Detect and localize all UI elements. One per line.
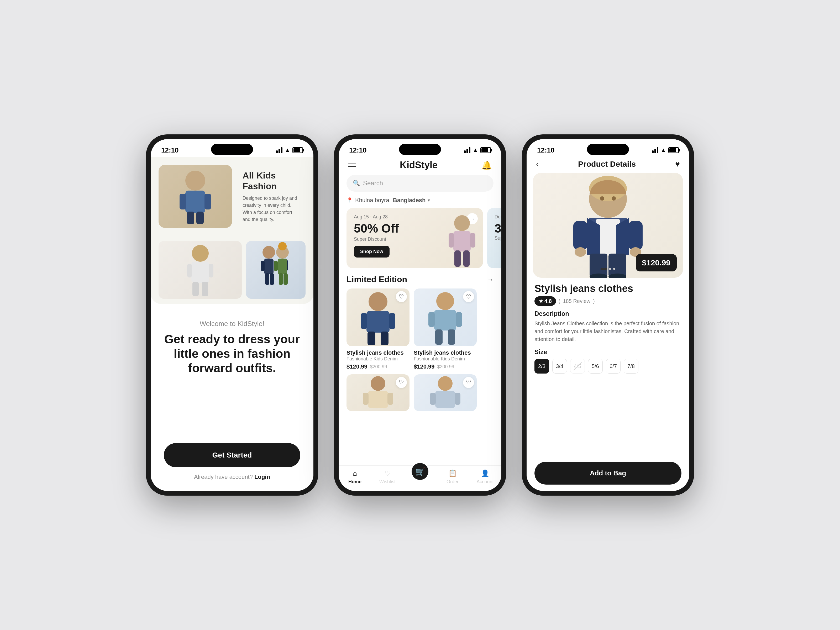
time-1: 12:10 [161,146,179,154]
rating-row: ★ 4.8 ( 185 Review ) [534,296,681,306]
product-pricing-1: $120.99 $200.99 [346,363,409,370]
welcome-text-section: Welcome to KidStyle! Get ready to dress … [151,320,313,480]
shop-now-button[interactable]: Shop Now [354,246,390,257]
size-btn-1[interactable]: 3/4 [552,359,567,374]
svg-rect-8 [187,264,192,278]
svg-rect-22 [279,273,283,285]
hamburger-menu[interactable] [348,164,356,167]
rating-value: 4.8 [545,298,552,304]
get-started-button[interactable]: Get Started [164,443,300,467]
cart-fab-button[interactable]: 🛒 [411,462,429,481]
svg-point-0 [185,171,205,191]
location-country: Bangladesh [393,197,426,204]
svg-rect-20 [278,259,287,274]
image-dots [601,268,615,270]
product-subtitle-1: Fashionable Kids Denim [346,356,409,362]
nav-wishlist[interactable]: ♡ Wishlist [371,469,404,485]
svg-rect-33 [389,313,395,329]
photo-grid-1 [159,241,242,299]
section-header-limited: Limited Edition → [339,275,501,289]
nav-account[interactable]: 👤 Account [469,469,501,485]
wishlist-icon: ♡ [385,469,391,477]
size-btn-0[interactable]: 2/3 [534,359,549,374]
product-card-4[interactable]: ♡ [414,374,477,414]
home-icon: ⌂ [353,469,357,477]
search-bar[interactable]: 🔍 Search [346,175,494,192]
svg-point-19 [278,242,287,250]
product-name-1: Stylish jeans clothes [346,349,409,356]
description-text: Stylish Jeans Clothes collection is the … [534,319,681,343]
nav-home[interactable]: ⌂ Home [339,469,371,485]
detail-info: Stylish jeans clothes ★ 4.8 ( 185 Review… [527,278,689,462]
product-card-1[interactable]: ♡ Stylish jeans clothes Fashionable Kids… [346,289,409,370]
photo-collage: All Kids Fashion Designed to spark joy a… [151,157,313,304]
banner-card-2[interactable]: Dec 30 Sup [487,208,501,268]
dynamic-island-2 [399,144,441,155]
svg-point-30 [369,292,387,311]
wishlist-button-4[interactable]: ♡ [463,377,474,388]
svg-rect-23 [284,273,288,285]
svg-rect-2 [180,194,186,210]
dynamic-island-1 [211,144,253,155]
back-button[interactable]: ‹ [536,159,538,169]
account-label: Account [477,479,494,485]
svg-rect-14 [261,261,265,271]
wishlist-button-3[interactable]: ♡ [396,377,407,388]
account-icon: 👤 [481,469,489,477]
location-bar[interactable]: 📍 Khulna boyra, Bangladesh ▾ [339,197,501,208]
product-image-1: ♡ [346,289,409,346]
welcome-screen: All Kids Fashion Designed to spark joy a… [151,157,313,491]
size-btn-5[interactable]: 7/8 [624,359,638,374]
section-title: Limited Edition [346,275,407,284]
svg-rect-17 [270,273,274,285]
app-logo: KidStyle [400,159,437,171]
battery-icon-1 [292,147,303,153]
product-card-2[interactable]: ♡ Stylish jeans clothes Fashionable Kids… [414,289,477,370]
product-image-3: ♡ [346,374,409,411]
time-3: 12:10 [537,146,555,154]
svg-rect-43 [368,391,388,408]
wishlist-button-2[interactable]: ♡ [463,291,474,302]
favorite-button[interactable]: ♥ [675,159,680,169]
svg-rect-35 [381,332,388,345]
hero-photo [159,165,232,228]
size-btn-4[interactable]: 6/7 [606,359,621,374]
nav-cart[interactable]: 🛒 [404,469,436,485]
wishlist-button-1[interactable]: ♡ [396,291,407,302]
size-btn-2[interactable]: 4/5 [570,359,585,374]
status-icons-2: ▲ [464,147,491,153]
size-title: Size [534,348,681,356]
svg-rect-39 [456,312,462,327]
svg-rect-34 [368,332,375,345]
product-price-1: $120.99 [346,363,368,370]
banner-card-1[interactable]: → Aug 15 - Aug 28 50% Off Super Discount… [346,208,483,268]
home-label: Home [348,479,362,485]
banner-tag-2: Sup [494,235,501,241]
search-input[interactable]: Search [363,180,487,187]
banner-kid-art [441,213,483,268]
svg-rect-3 [204,194,211,210]
phone-home: 12:10 ▲ KidStyle 🔔 [334,134,506,496]
nav-order[interactable]: 📋 Order [436,469,469,485]
svg-point-12 [262,246,275,259]
phone-detail: 12:10 ▲ ‹ Product Details ♥ [522,134,694,496]
add-to-bag-button[interactable]: Add to Bag [534,462,681,485]
product-old-price-1: $200.99 [370,364,387,369]
status-icons-3: ▲ [652,147,679,153]
svg-rect-25 [453,231,471,251]
product-card-3[interactable]: ♡ [346,374,409,414]
section-more-icon[interactable]: → [487,276,494,283]
status-icons-1: ▲ [276,147,303,153]
svg-rect-37 [434,310,456,330]
svg-rect-9 [209,264,213,278]
login-link[interactable]: Login [254,474,270,480]
svg-rect-47 [435,391,455,408]
battery-icon-2 [480,147,491,153]
svg-rect-38 [428,312,435,327]
notification-bell[interactable]: 🔔 [482,160,492,170]
svg-point-36 [436,292,454,310]
bottom-nav: ⌂ Home ♡ Wishlist 🛒 📋 Order 👤 [339,466,501,491]
size-btn-3[interactable]: 5/6 [588,359,603,374]
svg-point-53 [612,196,616,201]
location-chevron-icon: ▾ [428,197,430,203]
